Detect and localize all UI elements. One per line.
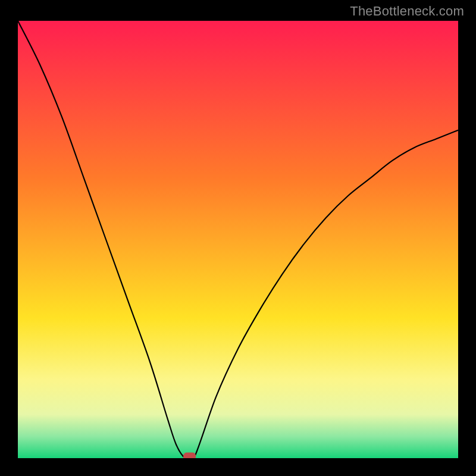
chart-svg bbox=[18, 21, 458, 458]
minimum-marker bbox=[184, 453, 196, 458]
chart-frame: TheBottleneck.com bbox=[0, 0, 476, 476]
plot-area bbox=[18, 21, 458, 458]
bottleneck-curve bbox=[18, 21, 458, 458]
watermark-text: TheBottleneck.com bbox=[350, 4, 464, 19]
